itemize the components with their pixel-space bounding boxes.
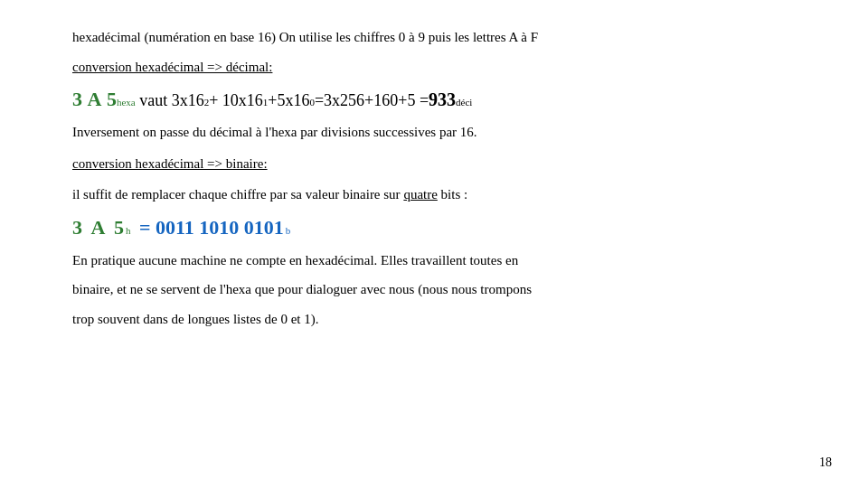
il-suffit-line: il suffit de remplacer chaque chiffre pa…: [72, 184, 796, 205]
formula-vaut: vaut 3x16: [139, 91, 204, 110]
page-content: hexadécimal (numération en base 16) On u…: [0, 0, 868, 488]
binary-sub-h: h: [126, 225, 131, 236]
binary-sub-b: b: [286, 225, 291, 236]
bits-text: bits :: [441, 187, 468, 202]
intro-line: hexadécimal (numération en base 16) On u…: [72, 27, 796, 48]
formula-part2: + 10x16: [209, 91, 263, 110]
conversion-hexa-decimal-label: conversion hexadécimal => décimal:: [72, 57, 796, 78]
il-suffit-text: il suffit de remplacer chaque chiffre pa…: [72, 187, 401, 202]
formula-sub-hexa: hexa: [117, 97, 136, 108]
pratique-line3: trop souvent dans de longues listes de 0…: [72, 309, 796, 330]
inversement-line: Inversement on passe du décimal à l'hexa…: [72, 122, 796, 143]
formula-part3: +5x16: [268, 91, 309, 110]
formula-part4: =3x256+160+5 =: [315, 91, 429, 110]
page-number: 18: [819, 455, 832, 470]
formula-3: 3: [72, 88, 82, 111]
conversion-hexa-binaire-text: conversion hexadécimal => binaire:: [72, 156, 268, 171]
pratique-text3: trop souvent dans de longues listes de 0…: [72, 312, 318, 326]
pratique-line1: En pratique aucune machine ne compte en …: [72, 250, 796, 271]
binary-formula: 3 A 5 h = 0011 1010 0101 b: [72, 216, 796, 239]
pratique-text1: En pratique aucune machine ne compte en …: [72, 253, 518, 267]
formula-A: A: [88, 88, 102, 111]
binary-eq: = 0011 1010 0101: [139, 216, 284, 239]
inversement-text: Inversement on passe du décimal à l'hexa…: [72, 125, 477, 139]
formula-decimal: 3 A 5 hexa vaut 3x162 + 10x161+5x160 =3x…: [72, 88, 796, 111]
binary-3: 3: [72, 216, 82, 239]
formula-5: 5: [107, 88, 117, 111]
formula-result: 933: [429, 89, 456, 110]
intro-text: hexadécimal (numération en base 16) On u…: [72, 30, 538, 44]
formula-sub-deci: déci: [456, 97, 472, 108]
quatre-text: quatre: [403, 187, 437, 202]
conversion-hexa-binaire-label: conversion hexadécimal => binaire:: [72, 154, 796, 174]
pratique-line2: binaire, et ne se servent de l'hexa que …: [72, 279, 796, 300]
binary-A: A: [91, 216, 106, 239]
conversion-hexa-decimal-text: conversion hexadécimal => décimal:: [72, 60, 272, 74]
binary-5: 5: [114, 216, 124, 239]
pratique-text2: binaire, et ne se servent de l'hexa que …: [72, 282, 532, 296]
